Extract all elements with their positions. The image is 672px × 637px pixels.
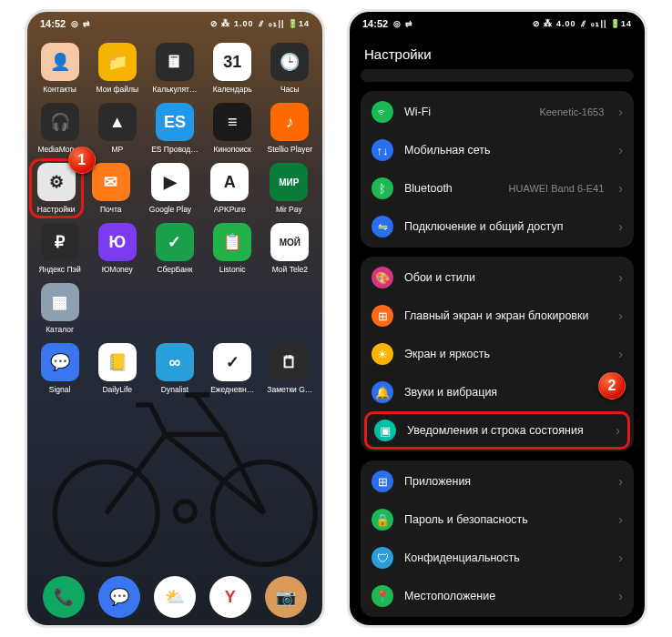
callout-1: 1 (68, 147, 96, 174)
app-label: Stellio Player (268, 145, 313, 154)
app-[interactable]: ✓СберБанк (148, 223, 202, 274)
app-googleplay[interactable]: ▶Google Play (143, 163, 198, 214)
app-label: Яндекс Пэй (39, 265, 81, 274)
app-icon: ES (156, 103, 194, 141)
app-g[interactable]: 🗒Заметки G… (262, 343, 317, 394)
row-label: Bluetooth (404, 182, 498, 195)
status-bar: 14:52 ◎ ⇄ ⊘ ⁂ 4.00 ⫽ ₀₁|| 🔋14 (350, 12, 645, 35)
settings-row-[interactable]: ⊞Главный экран и экран блокировки› (361, 297, 634, 335)
app-icon: ≡ (213, 103, 251, 141)
row-label: Главный экран и экран блокировки (404, 309, 607, 322)
callout-2: 2 (598, 372, 626, 399)
chevron-right-icon: › (618, 512, 623, 527)
dock-camera[interactable]: 📷 (259, 576, 313, 618)
settings-row-[interactable]: 🎨Обои и стили› (361, 258, 634, 297)
app-[interactable]: ✉Почта (84, 163, 138, 214)
app-listonic[interactable]: 📋Listonic (205, 223, 260, 274)
chevron-right-icon: › (618, 270, 623, 285)
settings-row-[interactable]: ↑↓Мобильная сеть› (361, 131, 634, 169)
app-label: APKPure (214, 205, 246, 214)
app-[interactable]: ▦Каталог (33, 283, 87, 334)
phone-homescreen: 14:52 ◎ ⇄ ⊘ ⁂ 1.00 ⫽ ₀₁|| 🔋14 👤Контакты📁… (25, 9, 325, 628)
dock-icon: 📞 (43, 576, 85, 618)
row-label: Конфиденциальность (404, 551, 607, 564)
app-[interactable]: ₽Яндекс Пэй (33, 223, 87, 274)
dock-yandex[interactable]: Y (203, 576, 258, 618)
status-right-icons: ⊘ ⁂ 4.00 ⫽ ₀₁|| 🔋14 (533, 19, 632, 28)
settings-row-[interactable]: 🛡Конфиденциальность› (361, 539, 634, 577)
settings-search-stub[interactable] (361, 69, 634, 82)
app-icon: 🗒 (270, 343, 309, 381)
app-[interactable]: ✓Ежедневн… (205, 343, 260, 394)
app-label: СберБанк (157, 265, 192, 274)
app-icon: ▶ (151, 163, 189, 201)
settings-group: ᯤWi-FiKeenetic-1653›↑↓Мобильная сеть›ᛒBl… (361, 91, 634, 248)
dock-messages[interactable]: 💬 (92, 576, 147, 618)
settings-row-[interactable]: ⇋Подключение и общий доступ› (361, 207, 634, 246)
app-dailylife[interactable]: 📒DailyLife (90, 343, 145, 394)
app-signal[interactable]: 💬Signal (33, 343, 87, 394)
row-label: Мобильная сеть (404, 144, 607, 157)
app-[interactable]: 🖩Калькулят… (148, 43, 202, 94)
chevron-right-icon: › (618, 308, 623, 323)
app-label: Мой Tele2 (272, 265, 308, 274)
app-money[interactable]: ЮЮMoney (90, 223, 145, 274)
row-icon: ☀ (372, 343, 393, 365)
app-[interactable]: ≡Кинопоиск (205, 103, 260, 154)
app-stellioplayer[interactable]: ♪Stellio Player (262, 103, 317, 154)
app-label: Signal (49, 385, 71, 394)
chevron-right-icon: › (618, 551, 623, 565)
app-mp[interactable]: ▲MP (90, 103, 145, 154)
app-icon: 💬 (41, 343, 79, 381)
settings-row-[interactable]: ▣Уведомления и строка состояния›2 (364, 411, 630, 450)
settings-body: ᯤWi-FiKeenetic-1653›↑↓Мобильная сеть›ᛒBl… (350, 69, 645, 617)
app-[interactable]: 📁Мои файлы (90, 43, 145, 94)
settings-title: Настройки (350, 35, 645, 69)
dock-phone[interactable]: 📞 (36, 576, 91, 618)
app-icon: ₽ (41, 223, 79, 261)
row-value: Keenetic-1653 (539, 106, 604, 117)
row-icon: ⊞ (372, 470, 393, 492)
app-es[interactable]: ESES Провод… (148, 103, 202, 154)
app-apkpure[interactable]: AAPKPure (202, 163, 257, 214)
status-time: 14:52 (362, 18, 388, 29)
status-bar: 14:52 ◎ ⇄ ⊘ ⁂ 1.00 ⫽ ₀₁|| 🔋14 (27, 12, 322, 35)
chevron-right-icon: › (618, 589, 623, 603)
app-label: Календарь (213, 85, 252, 94)
settings-row-[interactable]: 📍Местоположение› (361, 577, 634, 615)
settings-row-[interactable]: ⊞Приложения› (361, 462, 634, 500)
app-label: Google Play (149, 205, 191, 214)
app-icon: ♪ (270, 103, 309, 141)
app-mirpay[interactable]: МИРMir Pay (261, 163, 316, 214)
svg-point-2 (175, 501, 195, 521)
app-[interactable]: 🕒Часы (262, 43, 317, 94)
dock-weather[interactable]: ⛅ (148, 576, 202, 618)
app-icon: 📋 (213, 223, 251, 261)
row-label: Wi-Fi (404, 106, 528, 118)
app-label: Контакты (43, 85, 76, 94)
settings-row-[interactable]: 🔔Звуки и вибрация› (361, 373, 634, 411)
dock-icon: ⛅ (154, 576, 196, 618)
row-icon: ↑↓ (372, 139, 393, 161)
status-right-icons: ⊘ ⁂ 1.00 ⫽ ₀₁|| 🔋14 (210, 19, 310, 28)
settings-row-[interactable]: 🔒Пароль и безопасность› (361, 500, 634, 539)
app-dynalist[interactable]: ∞Dynalist (148, 343, 202, 394)
row-icon: ᯤ (372, 101, 393, 123)
chevron-right-icon: › (618, 474, 623, 489)
app-label: Почта (100, 205, 122, 214)
phone-settings: 14:52 ◎ ⇄ ⊘ ⁂ 4.00 ⫽ ₀₁|| 🔋14 Настройки … (347, 9, 647, 628)
app-[interactable]: 👤Контакты (33, 43, 87, 94)
settings-row-[interactable]: ☀Экран и яркость› (361, 335, 634, 373)
app-label: ЮMoney (102, 265, 133, 274)
row-label: Экран и яркость (404, 348, 607, 360)
row-icon: 📍 (372, 585, 393, 607)
row-icon: ᛒ (372, 177, 393, 199)
app-tele2[interactable]: МОЙМой Tele2 (262, 223, 317, 274)
chevron-right-icon: › (618, 105, 623, 119)
row-icon: ⊞ (372, 305, 393, 327)
app-[interactable]: 31Календарь (205, 43, 260, 94)
settings-row-wifi[interactable]: ᯤWi-FiKeenetic-1653› (361, 93, 634, 131)
app-[interactable]: ⚙Настройки1 (29, 158, 84, 218)
dock: 📞💬⛅Y📷 (27, 576, 322, 618)
settings-row-bluetooth[interactable]: ᛒBluetoothHUAWEI Band 6-E41› (361, 169, 634, 207)
